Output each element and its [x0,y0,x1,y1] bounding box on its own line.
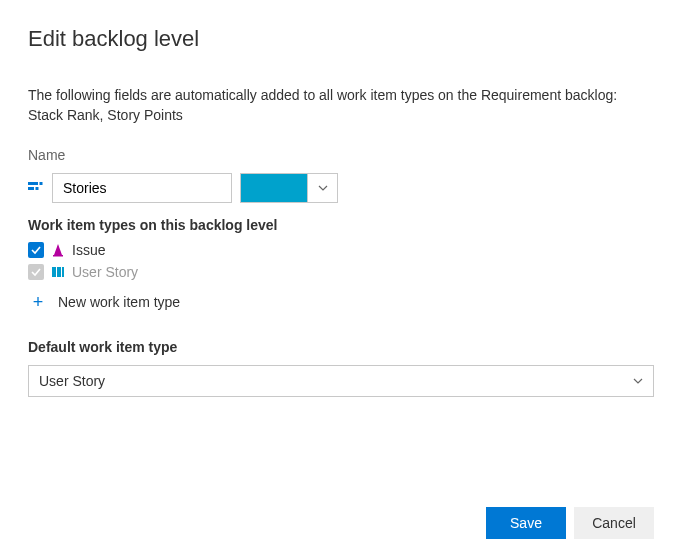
default-wit-label: Default work item type [28,339,654,355]
svg-rect-3 [36,187,39,190]
intro-text: The following fields are automatically a… [28,86,654,125]
svg-rect-5 [52,267,56,277]
wit-row-user-story: User Story [28,261,654,283]
name-label: Name [28,147,654,163]
dialog-footer: Save Cancel [28,487,654,539]
save-button[interactable]: Save [486,507,566,539]
default-wit-value: User Story [39,373,105,389]
default-wit-select[interactable]: User Story [28,365,654,397]
svg-rect-1 [40,182,43,185]
color-caret[interactable] [307,174,337,202]
chevron-down-icon [633,378,643,384]
svg-rect-2 [28,187,34,190]
color-swatch [241,174,307,202]
cancel-button[interactable]: Cancel [574,507,654,539]
new-type-label: New work item type [58,294,180,310]
page-title: Edit backlog level [28,26,654,52]
issue-icon [50,242,66,258]
svg-rect-4 [53,255,63,257]
svg-rect-0 [28,182,38,185]
svg-rect-7 [62,267,64,277]
name-input[interactable] [52,173,232,203]
svg-rect-6 [57,267,61,277]
wit-label-user-story: User Story [72,264,138,280]
new-work-item-type[interactable]: + New work item type [28,283,654,321]
backlog-icon [28,180,44,196]
wit-label-issue: Issue [72,242,105,258]
name-row [28,173,654,203]
wit-checkbox-issue[interactable] [28,242,44,258]
wit-section-label: Work item types on this backlog level [28,217,654,233]
wit-row-issue[interactable]: Issue [28,239,654,261]
color-picker[interactable] [240,173,338,203]
wit-checkbox-user-story [28,264,44,280]
plus-icon: + [30,293,46,311]
user-story-icon [50,264,66,280]
